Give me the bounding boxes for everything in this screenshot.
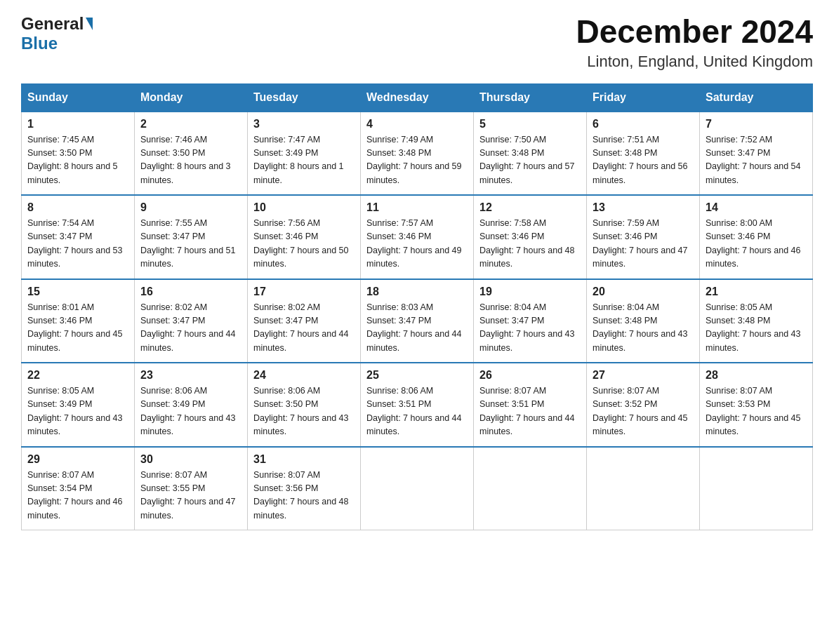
day-number: 18 [366, 286, 468, 298]
day-info: Sunrise: 8:05 AM Sunset: 3:48 PM Dayligh… [706, 301, 807, 356]
day-info: Sunrise: 7:49 AM Sunset: 3:48 PM Dayligh… [366, 133, 468, 188]
table-row: 9Sunrise: 7:55 AM Sunset: 3:47 PM Daylig… [135, 195, 248, 279]
day-info: Sunrise: 7:54 AM Sunset: 3:47 PM Dayligh… [27, 217, 128, 271]
table-row: 27Sunrise: 8:07 AM Sunset: 3:52 PM Dayli… [587, 363, 700, 447]
table-row: 28Sunrise: 8:07 AM Sunset: 3:53 PM Dayli… [700, 363, 813, 447]
table-row [474, 447, 587, 530]
col-thursday: Thursday [474, 83, 587, 112]
title-block: December 2024 Linton, England, United Ki… [576, 14, 813, 71]
day-number: 10 [253, 201, 355, 214]
day-info: Sunrise: 8:05 AM Sunset: 3:49 PM Dayligh… [27, 384, 128, 439]
table-row: 11Sunrise: 7:57 AM Sunset: 3:46 PM Dayli… [361, 195, 474, 279]
day-info: Sunrise: 8:07 AM Sunset: 3:51 PM Dayligh… [479, 384, 581, 439]
day-number: 28 [706, 369, 807, 382]
day-number: 5 [479, 118, 581, 130]
day-number: 30 [140, 453, 241, 466]
day-info: Sunrise: 8:04 AM Sunset: 3:47 PM Dayligh… [479, 301, 581, 356]
table-row: 18Sunrise: 8:03 AM Sunset: 3:47 PM Dayli… [361, 279, 474, 363]
day-info: Sunrise: 8:07 AM Sunset: 3:56 PM Dayligh… [253, 469, 355, 523]
col-monday: Monday [135, 83, 248, 112]
day-info: Sunrise: 8:02 AM Sunset: 3:47 PM Dayligh… [253, 301, 355, 356]
day-info: Sunrise: 8:06 AM Sunset: 3:51 PM Dayligh… [366, 384, 468, 439]
table-row: 16Sunrise: 8:02 AM Sunset: 3:47 PM Dayli… [135, 279, 248, 363]
table-row: 15Sunrise: 8:01 AM Sunset: 3:46 PM Dayli… [22, 279, 135, 363]
table-row: 8Sunrise: 7:54 AM Sunset: 3:47 PM Daylig… [22, 195, 135, 279]
day-info: Sunrise: 7:56 AM Sunset: 3:46 PM Dayligh… [253, 217, 355, 271]
table-row: 17Sunrise: 8:02 AM Sunset: 3:47 PM Dayli… [248, 279, 361, 363]
day-number: 20 [593, 286, 694, 298]
day-info: Sunrise: 8:01 AM Sunset: 3:46 PM Dayligh… [27, 301, 128, 356]
table-row: 2Sunrise: 7:46 AM Sunset: 3:50 PM Daylig… [135, 112, 248, 196]
calendar-table: Sunday Monday Tuesday Wednesday Thursday… [21, 83, 813, 531]
logo-arrow-icon [86, 18, 93, 30]
table-row: 26Sunrise: 8:07 AM Sunset: 3:51 PM Dayli… [474, 363, 587, 447]
calendar-week-row: 15Sunrise: 8:01 AM Sunset: 3:46 PM Dayli… [22, 279, 813, 363]
page-subtitle: Linton, England, United Kingdom [576, 53, 813, 71]
day-number: 27 [593, 369, 694, 382]
table-row: 29Sunrise: 8:07 AM Sunset: 3:54 PM Dayli… [22, 447, 135, 530]
table-row: 5Sunrise: 7:50 AM Sunset: 3:48 PM Daylig… [474, 112, 587, 196]
day-info: Sunrise: 8:07 AM Sunset: 3:54 PM Dayligh… [27, 469, 128, 523]
page-header: General Blue December 2024 Linton, Engla… [21, 14, 813, 71]
col-friday: Friday [587, 83, 700, 112]
day-info: Sunrise: 8:06 AM Sunset: 3:49 PM Dayligh… [140, 384, 241, 439]
day-info: Sunrise: 7:58 AM Sunset: 3:46 PM Dayligh… [479, 217, 581, 271]
day-number: 7 [706, 118, 807, 130]
col-sunday: Sunday [22, 83, 135, 112]
day-info: Sunrise: 8:07 AM Sunset: 3:53 PM Dayligh… [706, 384, 807, 439]
calendar-week-row: 29Sunrise: 8:07 AM Sunset: 3:54 PM Dayli… [22, 447, 813, 530]
table-row: 1Sunrise: 7:45 AM Sunset: 3:50 PM Daylig… [22, 112, 135, 196]
page-title: December 2024 [576, 14, 813, 50]
table-row: 14Sunrise: 8:00 AM Sunset: 3:46 PM Dayli… [700, 195, 813, 279]
day-info: Sunrise: 8:02 AM Sunset: 3:47 PM Dayligh… [140, 301, 241, 356]
day-number: 4 [366, 118, 468, 130]
table-row: 24Sunrise: 8:06 AM Sunset: 3:50 PM Dayli… [248, 363, 361, 447]
day-number: 3 [253, 118, 355, 130]
day-number: 22 [27, 369, 128, 382]
day-number: 29 [27, 453, 128, 466]
day-number: 19 [479, 286, 581, 298]
table-row: 20Sunrise: 8:04 AM Sunset: 3:48 PM Dayli… [587, 279, 700, 363]
day-number: 13 [593, 201, 694, 214]
day-number: 16 [140, 286, 241, 298]
calendar-week-row: 22Sunrise: 8:05 AM Sunset: 3:49 PM Dayli… [22, 363, 813, 447]
day-number: 31 [253, 453, 355, 466]
day-info: Sunrise: 7:59 AM Sunset: 3:46 PM Dayligh… [593, 217, 694, 271]
day-info: Sunrise: 8:07 AM Sunset: 3:52 PM Dayligh… [593, 384, 694, 439]
day-info: Sunrise: 7:55 AM Sunset: 3:47 PM Dayligh… [140, 217, 241, 271]
day-info: Sunrise: 7:52 AM Sunset: 3:47 PM Dayligh… [706, 133, 807, 188]
day-number: 15 [27, 286, 128, 298]
table-row [587, 447, 700, 530]
table-row: 25Sunrise: 8:06 AM Sunset: 3:51 PM Dayli… [361, 363, 474, 447]
table-row: 3Sunrise: 7:47 AM Sunset: 3:49 PM Daylig… [248, 112, 361, 196]
day-info: Sunrise: 7:45 AM Sunset: 3:50 PM Dayligh… [27, 133, 128, 188]
logo-blue-text: Blue [21, 34, 58, 53]
table-row: 31Sunrise: 8:07 AM Sunset: 3:56 PM Dayli… [248, 447, 361, 530]
table-row [700, 447, 813, 530]
day-number: 11 [366, 201, 468, 214]
day-info: Sunrise: 7:50 AM Sunset: 3:48 PM Dayligh… [479, 133, 581, 188]
day-info: Sunrise: 8:00 AM Sunset: 3:46 PM Dayligh… [706, 217, 807, 271]
day-number: 14 [706, 201, 807, 214]
day-number: 8 [27, 201, 128, 214]
day-number: 1 [27, 118, 128, 130]
day-info: Sunrise: 8:07 AM Sunset: 3:55 PM Dayligh… [140, 469, 241, 523]
table-row: 21Sunrise: 8:05 AM Sunset: 3:48 PM Dayli… [700, 279, 813, 363]
col-wednesday: Wednesday [361, 83, 474, 112]
day-number: 26 [479, 369, 581, 382]
day-info: Sunrise: 7:57 AM Sunset: 3:46 PM Dayligh… [366, 217, 468, 271]
table-row: 13Sunrise: 7:59 AM Sunset: 3:46 PM Dayli… [587, 195, 700, 279]
day-info: Sunrise: 7:51 AM Sunset: 3:48 PM Dayligh… [593, 133, 694, 188]
calendar-header-row: Sunday Monday Tuesday Wednesday Thursday… [22, 83, 813, 112]
calendar-week-row: 1Sunrise: 7:45 AM Sunset: 3:50 PM Daylig… [22, 112, 813, 196]
day-number: 12 [479, 201, 581, 214]
table-row: 7Sunrise: 7:52 AM Sunset: 3:47 PM Daylig… [700, 112, 813, 196]
table-row [361, 447, 474, 530]
table-row: 19Sunrise: 8:04 AM Sunset: 3:47 PM Dayli… [474, 279, 587, 363]
day-number: 21 [706, 286, 807, 298]
day-number: 17 [253, 286, 355, 298]
col-saturday: Saturday [700, 83, 813, 112]
table-row: 10Sunrise: 7:56 AM Sunset: 3:46 PM Dayli… [248, 195, 361, 279]
table-row: 23Sunrise: 8:06 AM Sunset: 3:49 PM Dayli… [135, 363, 248, 447]
day-number: 23 [140, 369, 241, 382]
